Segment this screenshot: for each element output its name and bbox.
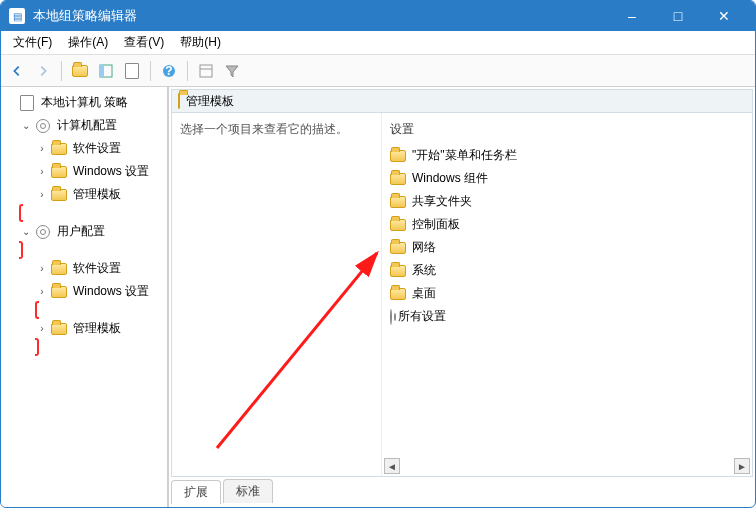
expand-icon[interactable]: › (35, 143, 49, 154)
tree-root[interactable]: 本地计算机 策略 (3, 91, 165, 114)
folder-icon (390, 196, 406, 208)
app-icon: ▤ (9, 8, 25, 24)
expand-icon[interactable]: › (35, 323, 49, 334)
tree-item-windows-settings[interactable]: ›Windows 设置 (35, 280, 165, 303)
body-area: 本地计算机 策略 ⌄ 计算机配置 ›软件设置 ›Windows 设置 ›管理模板… (1, 87, 755, 507)
properties-button[interactable] (194, 59, 218, 83)
list-item-network[interactable]: 网络 (390, 236, 744, 259)
tree-user-config[interactable]: ⌄ 用户配置 (19, 220, 165, 243)
folder-icon (51, 141, 67, 157)
description-text: 选择一个项目来查看它的描述。 (180, 121, 373, 138)
settings-list: 设置 "开始"菜单和任务栏 Windows 组件 共享文件夹 控制面板 网络 系… (382, 113, 752, 476)
list-item-all-settings[interactable]: 所有设置 (390, 305, 744, 328)
folder-icon (51, 284, 67, 300)
expand-icon[interactable]: › (35, 166, 49, 177)
svg-rect-4 (200, 65, 212, 77)
export-button[interactable] (120, 59, 144, 83)
description-column: 选择一个项目来查看它的描述。 (172, 113, 382, 476)
computer-icon (35, 118, 51, 134)
tab-extended[interactable]: 扩展 (171, 480, 221, 504)
folder-icon (390, 173, 406, 185)
settings-header: 设置 (390, 117, 744, 144)
policy-icon (19, 95, 35, 111)
folder-icon (51, 187, 67, 203)
user-icon (35, 224, 51, 240)
content-pane: 管理模板 选择一个项目来查看它的描述。 设置 "开始"菜单和任务栏 Window… (169, 87, 755, 507)
separator (187, 61, 188, 81)
tree-label: 用户配置 (55, 222, 107, 241)
menu-view[interactable]: 查看(V) (116, 31, 172, 54)
help-button[interactable]: ? (157, 59, 181, 83)
menu-file[interactable]: 文件(F) (5, 31, 60, 54)
folder-icon (51, 164, 67, 180)
tree-item-admin-templates[interactable]: ›管理模板 (35, 317, 165, 340)
maximize-button[interactable]: □ (655, 1, 701, 31)
list-item-startmenu[interactable]: "开始"菜单和任务栏 (390, 144, 744, 167)
svg-text:?: ? (165, 64, 172, 78)
tree-item-windows-settings[interactable]: ›Windows 设置 (35, 160, 165, 183)
tab-strip: 扩展 标准 (171, 479, 753, 503)
content-header: 管理模板 (171, 89, 753, 113)
collapse-icon[interactable]: ⌄ (19, 226, 33, 237)
expand-icon[interactable]: › (35, 263, 49, 274)
folder-icon (390, 219, 406, 231)
folder-icon (51, 321, 67, 337)
tree-computer-config[interactable]: ⌄ 计算机配置 (19, 114, 165, 137)
list-item-desktop[interactable]: 桌面 (390, 282, 744, 305)
separator (61, 61, 62, 81)
highlight-user-config: ⌄ 用户配置 (19, 204, 165, 259)
menu-help[interactable]: 帮助(H) (172, 31, 229, 54)
tree-item-admin-templates[interactable]: ›管理模板 (35, 183, 165, 206)
filter-button[interactable] (220, 59, 244, 83)
tree-item-software[interactable]: ›软件设置 (35, 137, 165, 160)
menu-action[interactable]: 操作(A) (60, 31, 116, 54)
folder-icon (390, 242, 406, 254)
show-hide-tree-button[interactable] (94, 59, 118, 83)
list-item-system[interactable]: 系统 (390, 259, 744, 282)
list-item-control-panel[interactable]: 控制面板 (390, 213, 744, 236)
titlebar: ▤ 本地组策略编辑器 – □ ✕ (1, 1, 755, 31)
folder-up-icon (72, 65, 88, 77)
folder-icon (51, 261, 67, 277)
folder-icon (390, 150, 406, 162)
tree-item-software[interactable]: ›软件设置 (35, 257, 165, 280)
list-item-shared-folders[interactable]: 共享文件夹 (390, 190, 744, 213)
separator (150, 61, 151, 81)
content-title: 管理模板 (186, 93, 234, 110)
highlight-admin-templates: ›管理模板 (35, 301, 165, 356)
scroll-right-button[interactable]: ► (734, 458, 750, 474)
tab-standard[interactable]: 标准 (223, 479, 273, 503)
window-controls: – □ ✕ (609, 1, 747, 31)
tree-label: 计算机配置 (55, 116, 119, 135)
folder-icon (390, 288, 406, 300)
close-button[interactable]: ✕ (701, 1, 747, 31)
list-item-windows-components[interactable]: Windows 组件 (390, 167, 744, 190)
toolbar: ? (1, 55, 755, 87)
expand-icon[interactable]: › (35, 189, 49, 200)
folder-icon (178, 94, 180, 108)
tree-pane[interactable]: 本地计算机 策略 ⌄ 计算机配置 ›软件设置 ›Windows 设置 ›管理模板… (1, 87, 169, 507)
tree-root-label: 本地计算机 策略 (39, 93, 130, 112)
content-body: 选择一个项目来查看它的描述。 设置 "开始"菜单和任务栏 Windows 组件 … (171, 113, 753, 477)
expand-icon[interactable]: › (35, 286, 49, 297)
minimize-button[interactable]: – (609, 1, 655, 31)
menubar: 文件(F) 操作(A) 查看(V) 帮助(H) (1, 31, 755, 55)
folder-icon (390, 265, 406, 277)
window-title: 本地组策略编辑器 (33, 7, 609, 25)
collapse-icon[interactable]: ⌄ (19, 120, 33, 131)
svg-rect-1 (100, 65, 104, 77)
doc-icon (125, 63, 139, 79)
settings-icon (390, 310, 392, 324)
back-button[interactable] (5, 59, 29, 83)
scroll-left-button[interactable]: ◄ (384, 458, 400, 474)
up-button[interactable] (68, 59, 92, 83)
forward-button[interactable] (31, 59, 55, 83)
